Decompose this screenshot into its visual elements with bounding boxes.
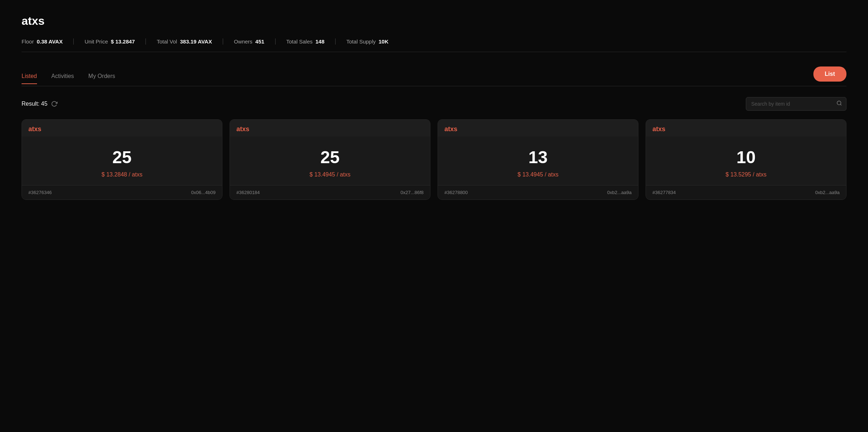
card-id: #36276346 [28,190,52,195]
stat-total-vol-label: Total Vol [157,38,177,45]
svg-point-0 [837,101,841,105]
results-label: Result: 45 [22,101,47,107]
search-container [746,97,846,111]
tab-activities[interactable]: Activities [51,69,74,84]
card-body: 10 $ 13.5295 / atxs [646,137,846,185]
card-footer: #36277834 0xb2...aa9a [646,185,846,199]
stat-total-vol-value: 383.19 AVAX [180,38,212,45]
stat-total-sales: Total Sales 148 [276,38,336,45]
card-body: 13 $ 13.4945 / atxs [438,137,638,185]
stat-unit-price-value: $ 13.2847 [111,38,135,45]
card-price: $ 13.4945 / atxs [236,171,424,178]
tabs-container: Listed Activities My Orders List [22,66,846,86]
svg-line-1 [840,104,841,105]
nft-card[interactable]: atxs 10 $ 13.5295 / atxs #36277834 0xb2.… [646,119,846,200]
card-address: 0x27...86f8 [401,190,424,195]
stat-owners-value: 451 [255,38,264,45]
stat-unit-price: Unit Price $ 13.2847 [74,38,146,45]
list-button[interactable]: List [813,66,846,82]
stat-floor: Floor 0.38 AVAX [22,38,74,45]
card-collection-name: atxs [28,125,41,133]
refresh-icon[interactable] [51,101,57,107]
card-quantity: 25 [28,147,216,167]
card-price: $ 13.5295 / atxs [652,171,840,178]
tab-my-orders[interactable]: My Orders [88,69,115,84]
search-input[interactable] [746,97,846,111]
card-body: 25 $ 13.4945 / atxs [230,137,430,185]
card-id: #36280184 [236,190,260,195]
card-id: #36277834 [652,190,676,195]
card-header: atxs [438,120,638,137]
tab-listed[interactable]: Listed [22,69,37,84]
stat-total-supply: Total Supply 10K [336,38,399,45]
nft-card[interactable]: atxs 25 $ 13.4945 / atxs #36280184 0x27.… [230,119,430,200]
card-collection-name: atxs [652,125,665,133]
stat-floor-value: 0.38 AVAX [37,38,63,45]
card-id: #36278800 [444,190,468,195]
tabs: Listed Activities My Orders [22,69,115,84]
stat-floor-label: Floor [22,38,34,45]
card-collection-name: atxs [236,125,249,133]
stat-total-supply-value: 10K [379,38,389,45]
search-icon[interactable] [836,100,842,107]
card-quantity: 13 [444,147,632,167]
stat-owners: Owners 451 [223,38,276,45]
results-count: Result: 45 [22,101,57,107]
card-quantity: 10 [652,147,840,167]
card-footer: #36280184 0x27...86f8 [230,185,430,199]
card-footer: #36278800 0xb2...aa9a [438,185,638,199]
card-address: 0xb2...aa9a [607,190,632,195]
card-price: $ 13.4945 / atxs [444,171,632,178]
stat-total-sales-label: Total Sales [286,38,313,45]
card-header: atxs [22,120,222,137]
card-address: 0x06...4b09 [191,190,216,195]
card-header: atxs [646,120,846,137]
page-title: atxs [22,14,846,28]
stat-total-supply-label: Total Supply [346,38,376,45]
nft-card[interactable]: atxs 25 $ 13.2848 / atxs #36276346 0x06.… [22,119,222,200]
card-header: atxs [230,120,430,137]
card-price: $ 13.2848 / atxs [28,171,216,178]
card-quantity: 25 [236,147,424,167]
stat-total-sales-value: 148 [315,38,324,45]
cards-grid: atxs 25 $ 13.2848 / atxs #36276346 0x06.… [22,119,846,200]
card-body: 25 $ 13.2848 / atxs [22,137,222,185]
nft-card[interactable]: atxs 13 $ 13.4945 / atxs #36278800 0xb2.… [438,119,638,200]
stat-owners-label: Owners [234,38,253,45]
stat-total-vol: Total Vol 383.19 AVAX [146,38,223,45]
results-row: Result: 45 [22,97,846,111]
card-address: 0xb2...aa9a [815,190,840,195]
stats-bar: Floor 0.38 AVAX Unit Price $ 13.2847 Tot… [22,38,846,52]
card-collection-name: atxs [444,125,457,133]
stat-unit-price-label: Unit Price [84,38,108,45]
card-footer: #36276346 0x06...4b09 [22,185,222,199]
